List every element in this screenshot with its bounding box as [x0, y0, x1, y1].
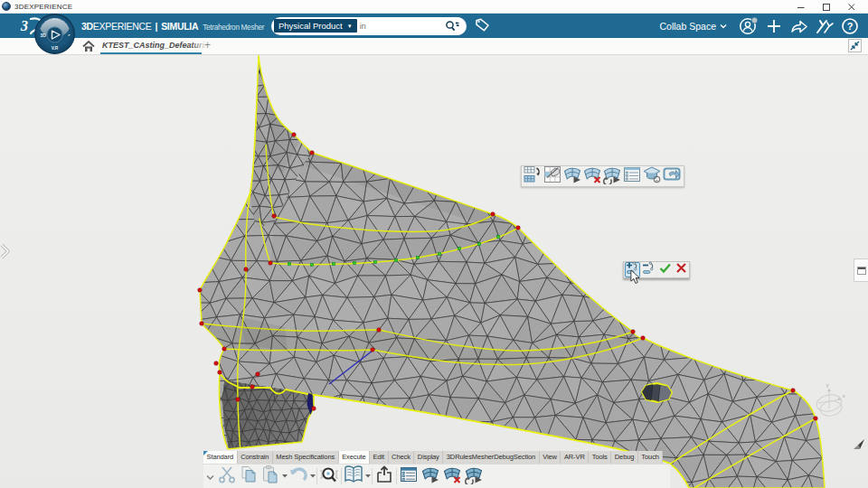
transform-mesh-button[interactable]: [523, 166, 542, 186]
right-panel-handle[interactable]: [854, 258, 868, 282]
zoom-icon: [318, 465, 340, 487]
surface-mesh-icon: [542, 164, 562, 188]
action-tab-check[interactable]: Check: [389, 451, 415, 464]
action-tab-standard[interactable]: Standard: [203, 451, 238, 464]
application-window: 3DEXPERIENCE 3 3DEXPERIENCE|SIMULIATetra…: [0, 0, 868, 488]
action-tab-mesh-specifications[interactable]: Mesh Specifications: [273, 451, 339, 464]
toolbar-separator: [372, 468, 373, 484]
undo-dropdown-arrow[interactable]: [309, 474, 316, 478]
cancel-button[interactable]: [674, 262, 689, 277]
action-tab-execute[interactable]: Execute: [339, 451, 370, 464]
action-tab-view[interactable]: View: [540, 451, 561, 464]
replay-icon: [662, 164, 682, 188]
mesh-table-button[interactable]: [622, 166, 642, 186]
paste-icon: [260, 465, 280, 488]
zoom-search-button[interactable]: [318, 466, 340, 486]
viewport-3d[interactable]: yx: [0, 55, 868, 488]
confirm-button[interactable]: [657, 262, 673, 277]
update-mesh-button[interactable]: [562, 166, 582, 186]
collapse-window-button[interactable]: [848, 39, 862, 52]
toolbar-separator: [341, 468, 342, 484]
compass-west-label[interactable]: 3D: [41, 33, 47, 38]
mesh-table-button[interactable]: [398, 466, 420, 486]
paste-button[interactable]: [259, 466, 281, 486]
cancel-x-icon: [675, 261, 688, 278]
mesh-update-icon: [562, 164, 582, 188]
re-execute-mesh-button[interactable]: [463, 466, 485, 486]
pen-cursor-icon: [852, 436, 866, 451]
mesh-transform-icon: [523, 164, 542, 188]
re-execute-mesh-button[interactable]: [602, 166, 622, 186]
learn-button[interactable]: [642, 166, 662, 186]
cut-button[interactable]: [216, 466, 238, 486]
action-tab-3drulesmesherdebugsection[interactable]: 3DRulesMesherDebugSection: [443, 451, 539, 464]
toolbar-separator: [396, 468, 397, 484]
replay-button[interactable]: [662, 166, 682, 186]
remove-selection-icon: [642, 261, 656, 278]
toolbar-separator: [316, 468, 317, 484]
mesh-canvas: yx: [0, 0, 868, 488]
mesh-reexecute-icon: [602, 164, 622, 188]
mesh-reexecute2-icon: [464, 465, 484, 488]
remove-selection-button[interactable]: [641, 262, 656, 277]
action-bar-collapse-button[interactable]: [206, 468, 214, 484]
undo-icon: [288, 465, 308, 487]
learn-icon: [642, 164, 662, 188]
left-panel-handle[interactable]: [0, 242, 11, 260]
undo-button[interactable]: [288, 466, 309, 486]
catalog-icon: [343, 465, 364, 488]
mesh-delete-icon: [582, 164, 602, 188]
action-tab-ar-vr[interactable]: AR-VR: [561, 451, 589, 464]
compass-widget[interactable]: 3D V.R: [34, 14, 75, 54]
svg-text:x: x: [843, 393, 845, 399]
action-tab-touch[interactable]: Touch: [638, 451, 664, 464]
action-tab-edit[interactable]: Edit: [370, 451, 389, 464]
mesh-delete2-icon: [442, 465, 462, 488]
paste-dropdown-arrow[interactable]: [281, 474, 288, 478]
compass-south-label[interactable]: V.R: [52, 46, 59, 51]
mesh-table-icon: [622, 164, 642, 188]
action-tab-tools[interactable]: Tools: [589, 451, 611, 464]
delete-mesh-button[interactable]: [441, 466, 463, 486]
action-tab-display[interactable]: Display: [414, 451, 443, 464]
copy-icon: [239, 465, 259, 488]
action-bar-toolbar: [203, 464, 670, 488]
copy-button[interactable]: [238, 466, 259, 486]
ok-check-icon: [658, 261, 672, 278]
mesh-floating-toolbar: [521, 165, 684, 187]
corner-fold-icon: [203, 451, 208, 455]
surface-mesh-button[interactable]: [542, 166, 562, 186]
cut-icon: [217, 465, 237, 487]
mesh-update2-icon: [420, 465, 440, 488]
mouse-cursor: [630, 269, 641, 285]
update-mesh-button[interactable]: [420, 466, 441, 486]
share-export-button[interactable]: [373, 466, 395, 486]
catalog-button[interactable]: [343, 466, 364, 486]
action-tab-debug[interactable]: Debug: [611, 451, 638, 464]
mesh-table2-icon: [399, 465, 419, 488]
share-export-icon: [374, 465, 394, 488]
action-tab-constrain[interactable]: Constrain: [238, 451, 273, 464]
delete-mesh-button[interactable]: [582, 166, 602, 186]
svg-text:y: y: [826, 382, 829, 388]
catalog-dropdown-arrow[interactable]: [364, 474, 371, 478]
action-bar-tabs: StandardConstrainMesh SpecificationsExec…: [203, 451, 663, 464]
